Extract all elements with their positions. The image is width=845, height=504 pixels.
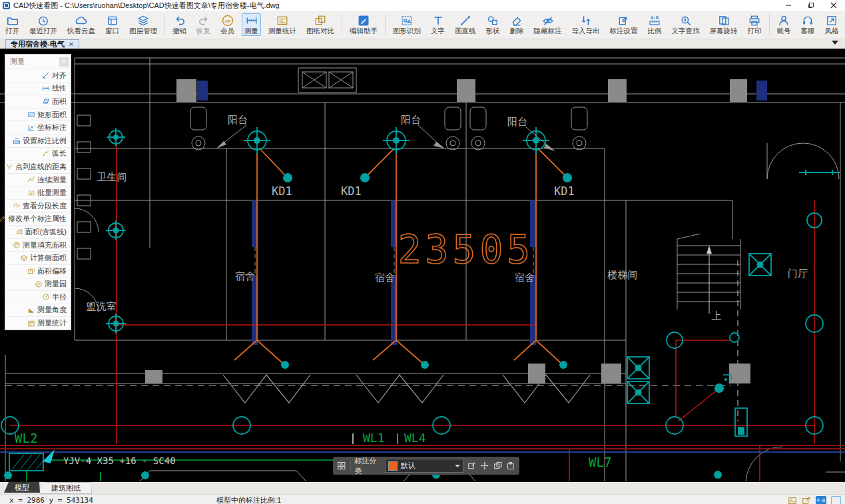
measure-item-coordinate[interactable]: 坐标标注 bbox=[5, 121, 71, 134]
window-button[interactable]: 窗口 bbox=[103, 13, 122, 36]
status-bar: x = 2986 y = 543134 模型中的标注比例:1 P-D bbox=[0, 494, 845, 504]
classify-label: 标注分类 bbox=[355, 456, 382, 476]
measure-item-side-area[interactable]: 计算侧面积 bbox=[5, 251, 71, 264]
window-title: CAD快速看图 - C:\Users\ruohan\Desktop\CAD快速看… bbox=[13, 1, 280, 11]
minimize-button[interactable] bbox=[777, 0, 800, 11]
divider bbox=[350, 461, 351, 471]
measure-item-align[interactable]: 对齐 bbox=[5, 69, 71, 82]
cursor-coordinates: x = 2986 y = 543134 bbox=[9, 496, 93, 504]
measure-item-area[interactable]: 面积 bbox=[5, 95, 71, 108]
share-icon[interactable] bbox=[802, 496, 811, 504]
app-logo-icon bbox=[3, 2, 10, 9]
cloud-drive-button[interactable]: 快看云盘 bbox=[65, 13, 98, 36]
scale-button[interactable]: A:B 比例 bbox=[645, 13, 665, 36]
undo-button[interactable]: 撤销 bbox=[170, 13, 189, 36]
svg-text:阳台: 阳台 bbox=[507, 116, 527, 127]
cad-text-labels: 阳台 阳台 阳台 KD1 KD1 KD1 卫生间 盥洗室 宿舍 宿舍 宿舍 楼梯… bbox=[15, 114, 808, 469]
draw-line-button[interactable]: 画直线 bbox=[452, 13, 479, 36]
measure-item-segment-length[interactable]: 查看分段长度 bbox=[5, 199, 71, 212]
measure-item-area-with-arc[interactable]: 面积(含弧线) bbox=[5, 225, 71, 238]
open-button[interactable]: 打开 bbox=[3, 13, 22, 36]
print-button[interactable]: 打印 bbox=[745, 13, 764, 36]
shape-button[interactable]: 形状 bbox=[483, 13, 503, 36]
measure-button[interactable]: 测量 bbox=[242, 13, 261, 36]
svg-text:WL2: WL2 bbox=[15, 431, 37, 445]
toolbar-separator bbox=[342, 14, 342, 35]
drawing-compare-button[interactable]: 图纸对比 bbox=[304, 13, 337, 36]
screen-rotate-button[interactable]: 屏幕旋转 bbox=[707, 13, 740, 36]
shape-recognition-button[interactable]: 图形识别 bbox=[390, 13, 423, 36]
svg-text:卫生间: 卫生间 bbox=[97, 171, 127, 182]
layer-manager-button[interactable]: 图层管理 bbox=[127, 13, 160, 36]
svg-text:阳台: 阳台 bbox=[228, 114, 248, 125]
delete-button[interactable]: 删除 bbox=[507, 13, 527, 36]
measure-item-batch[interactable]: 批量测量 bbox=[5, 186, 71, 199]
edit-assistant-button[interactable]: 编辑助手 bbox=[347, 13, 380, 36]
recent-open-button[interactable]: 最近打开 bbox=[27, 13, 60, 36]
sheet-tab-architecture[interactable]: 建筑图纸 bbox=[40, 482, 92, 494]
pdf-convert-icon[interactable]: P-D bbox=[816, 496, 826, 504]
drawing-canvas[interactable]: 阳台 阳台 阳台 KD1 KD1 KD1 卫生间 盥洗室 宿舍 宿舍 宿舍 楼梯… bbox=[0, 49, 845, 481]
toolbar-collapse-arrow-icon[interactable] bbox=[832, 41, 838, 45]
category-color-swatch bbox=[388, 461, 398, 471]
measure-item-circle[interactable]: 测量园 bbox=[5, 278, 71, 291]
text-search-button[interactable]: 文字查找 bbox=[669, 13, 703, 36]
svg-text:WL7: WL7 bbox=[589, 455, 611, 469]
support-button[interactable]: 客服 bbox=[798, 13, 818, 36]
move-icon[interactable] bbox=[480, 461, 489, 471]
svg-text:宿舍: 宿舍 bbox=[515, 272, 535, 283]
redo-button[interactable]: 恢复 bbox=[194, 13, 213, 36]
toolbar-separator bbox=[769, 14, 770, 35]
measure-stats-button[interactable]: 测量统计 bbox=[266, 13, 299, 36]
measure-item-radius[interactable]: 半径 bbox=[5, 290, 71, 304]
document-tab[interactable]: 专用宿舍楼-电气 ✕ bbox=[5, 39, 79, 49]
image-export-icon[interactable] bbox=[788, 496, 797, 504]
svg-text:盥洗室: 盥洗室 bbox=[87, 300, 117, 312]
close-button[interactable] bbox=[822, 0, 845, 11]
svg-text:A:B: A:B bbox=[651, 15, 659, 21]
label-leader-arrows bbox=[216, 125, 555, 151]
document-tab-label: 专用宿舍楼-电气 bbox=[11, 39, 65, 49]
dashed-lines bbox=[5, 203, 738, 421]
svg-text:WL4: WL4 bbox=[404, 431, 426, 445]
svg-text:上: 上 bbox=[712, 310, 722, 321]
svg-text:阳台: 阳台 bbox=[401, 114, 421, 125]
title-bar: CAD快速看图 - C:\Users\ruohan\Desktop\CAD快速看… bbox=[0, 0, 845, 11]
measure-item-rect-area[interactable]: 矩形面积 bbox=[5, 108, 71, 121]
svg-text:KD1: KD1 bbox=[554, 184, 575, 198]
maximize-button[interactable] bbox=[800, 0, 822, 11]
model-scale-info: 模型中的标注比例:1 bbox=[216, 495, 281, 504]
hide-annotation-button[interactable]: 隐藏标注 bbox=[531, 13, 565, 36]
measure-item-arc-length[interactable]: 弧长 bbox=[5, 147, 71, 160]
measure-item-scale-setting[interactable]: 设置标注比例 bbox=[5, 134, 71, 147]
measure-item-continuous[interactable]: 连续测量 bbox=[5, 173, 71, 186]
vip-member-button[interactable]: VIP 会员 bbox=[218, 13, 237, 36]
measure-item-edit-annotation[interactable]: 修改单个标注属性 bbox=[5, 212, 71, 226]
import-export-button[interactable]: 导入导出 bbox=[569, 13, 603, 36]
measure-item-fill-area[interactable]: 测量填充面积 bbox=[5, 238, 71, 252]
grid-icon[interactable] bbox=[337, 461, 346, 471]
window-mode-icon[interactable] bbox=[831, 496, 841, 504]
sheet-tab-bar: 模型 建筑图纸 bbox=[0, 481, 845, 494]
text-button[interactable]: 文字 bbox=[428, 13, 447, 36]
measure-item-area-offset[interactable]: 面积偏移 bbox=[5, 264, 71, 278]
measure-item-point-line-distance[interactable]: 点到直线的距离 bbox=[5, 160, 71, 173]
account-button[interactable]: 账号 bbox=[774, 13, 794, 36]
paste-icon[interactable] bbox=[506, 461, 515, 471]
measure-item-angle[interactable]: 测量角度 bbox=[5, 304, 71, 317]
svg-text:WL1: WL1 bbox=[363, 431, 385, 445]
document-tab-bar: 专用宿舍楼-电气 ✕ bbox=[0, 39, 845, 49]
vip-icon: VIP bbox=[222, 15, 234, 27]
style-button[interactable]: 风格 bbox=[822, 13, 842, 36]
copy-icon[interactable] bbox=[493, 461, 503, 471]
chevron-down-icon bbox=[455, 465, 460, 467]
sheet-tab-model[interactable]: 模型 bbox=[4, 482, 40, 493]
measure-item-stats[interactable]: 测量统计 bbox=[5, 316, 71, 330]
panel-close-icon[interactable]: ✕ bbox=[59, 57, 69, 67]
tab-close-icon[interactable]: ✕ bbox=[69, 41, 74, 48]
edit-annotation-icon[interactable] bbox=[467, 461, 477, 471]
category-dropdown[interactable]: 默认 bbox=[385, 459, 463, 473]
measure-item-linear[interactable]: 线性 bbox=[5, 82, 71, 95]
svg-text:VIP: VIP bbox=[224, 19, 230, 23]
annotation-settings-button[interactable]: 标注设置 bbox=[607, 13, 641, 36]
